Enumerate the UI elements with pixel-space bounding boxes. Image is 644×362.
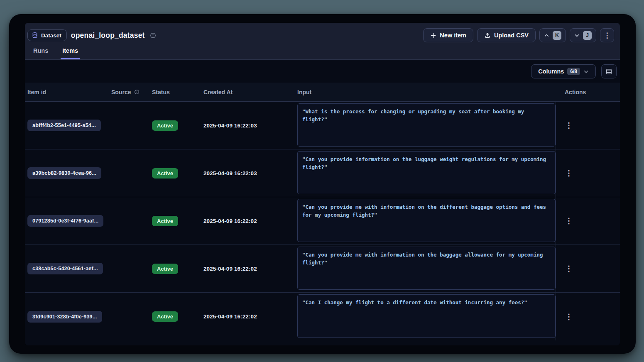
chevron-down-icon: [574, 33, 580, 38]
header-more-actions-button[interactable]: ⋮: [600, 28, 614, 42]
created-at-value: 2025-04-09 16:22:02: [203, 218, 297, 224]
table-row: 3fd9c901-328b-4f0e-939... Active 2025-04…: [25, 293, 620, 340]
created-at-value: 2025-04-09 16:22:02: [203, 313, 297, 320]
col-header-input: Input: [297, 89, 556, 95]
previous-item-button[interactable]: K: [539, 28, 566, 42]
col-header-item-id: Item id: [25, 89, 111, 95]
row-actions-kebab-icon[interactable]: ⋮: [565, 313, 573, 320]
status-badge: Active: [152, 168, 178, 179]
columns-label: Columns: [538, 68, 564, 75]
col-header-status: Status: [152, 89, 203, 95]
panel-header: Dataset openai_loop_dataset: [25, 23, 620, 60]
table-rows-icon: [605, 68, 612, 75]
next-item-button[interactable]: J: [570, 28, 596, 42]
shortcut-key-k: K: [553, 31, 561, 40]
info-icon[interactable]: [150, 32, 156, 39]
item-id-chip[interactable]: a39bcb82-9830-4cea-96...: [27, 167, 101, 179]
upload-icon: [484, 32, 491, 39]
tab-items[interactable]: Items: [61, 46, 80, 59]
item-id-chip[interactable]: 0791285d-0e3f-4f76-9aaf...: [27, 215, 103, 227]
status-badge: Active: [152, 264, 178, 274]
upload-csv-label: Upload CSV: [494, 32, 529, 39]
input-value-box[interactable]: "What is the process for changing or upg…: [297, 103, 556, 147]
col-header-created-at: Created At: [203, 89, 297, 95]
tab-runs[interactable]: Runs: [32, 46, 50, 59]
input-value-box[interactable]: "Can you provide me with information on …: [297, 199, 556, 242]
dataset-panel: Dataset openai_loop_dataset: [25, 23, 620, 345]
kebab-icon: ⋮: [604, 31, 611, 40]
dataset-badge-label: Dataset: [41, 32, 61, 39]
input-value-box[interactable]: "Can you provide information on the lugg…: [297, 151, 556, 194]
new-item-button[interactable]: New item: [423, 28, 473, 42]
input-value-box[interactable]: "Can I change my flight to a different d…: [297, 294, 556, 338]
table-header-row: Item id Source Status Created At Input A…: [25, 83, 620, 102]
chevron-up-icon: [544, 33, 549, 38]
table-row: abfff4b2-55e1-4495-a54... Active 2025-04…: [25, 102, 620, 149]
input-value-box[interactable]: "Can you provide me with information on …: [297, 247, 556, 290]
dataset-type-badge: Dataset: [27, 29, 67, 41]
upload-csv-button[interactable]: Upload CSV: [477, 28, 536, 42]
status-badge: Active: [152, 216, 178, 226]
info-icon[interactable]: [134, 89, 140, 95]
new-item-label: New item: [440, 32, 466, 39]
item-id-chip[interactable]: c38cab5c-5420-4561-aef...: [27, 263, 103, 274]
status-badge: Active: [152, 311, 178, 322]
plus-icon: [430, 32, 436, 39]
database-icon: [32, 32, 38, 39]
item-id-chip[interactable]: abfff4b2-55e1-4495-a54...: [27, 120, 101, 131]
row-density-button[interactable]: [601, 64, 617, 78]
created-at-value: 2025-04-09 16:22:03: [203, 170, 297, 176]
row-actions-kebab-icon[interactable]: ⋮: [565, 217, 573, 225]
items-table: Item id Source Status Created At Input A…: [25, 83, 620, 340]
row-actions-kebab-icon[interactable]: ⋮: [565, 122, 573, 129]
columns-count-badge: 6/8: [567, 68, 580, 75]
col-header-source: Source: [111, 89, 152, 95]
page-title: openai_loop_dataset: [71, 31, 145, 40]
table-row: c38cab5c-5420-4561-aef... Active 2025-04…: [25, 245, 620, 293]
col-header-actions: Actions: [556, 89, 620, 95]
app-window: Dataset openai_loop_dataset: [9, 14, 636, 354]
item-id-chip[interactable]: 3fd9c901-328b-4f0e-939...: [27, 311, 102, 323]
status-badge: Active: [152, 120, 178, 131]
table-toolbar: Columns 6/8: [25, 60, 620, 83]
row-actions-kebab-icon[interactable]: ⋮: [565, 265, 573, 272]
tab-bar: Runs Items: [27, 46, 614, 59]
columns-selector-button[interactable]: Columns 6/8: [531, 64, 596, 78]
col-header-source-label: Source: [111, 89, 131, 95]
created-at-value: 2025-04-09 16:22:02: [203, 266, 297, 272]
row-actions-kebab-icon[interactable]: ⋮: [565, 169, 573, 177]
table-row: 0791285d-0e3f-4f76-9aaf... Active 2025-0…: [25, 197, 620, 245]
table-row: a39bcb82-9830-4cea-96... Active 2025-04-…: [25, 149, 620, 197]
created-at-value: 2025-04-09 16:22:03: [203, 122, 297, 129]
panel-body: Columns 6/8 Item id: [25, 60, 620, 345]
desktop-background: Dataset openai_loop_dataset: [0, 0, 644, 362]
shortcut-key-j: J: [583, 31, 592, 40]
chevron-down-icon: [583, 69, 589, 74]
